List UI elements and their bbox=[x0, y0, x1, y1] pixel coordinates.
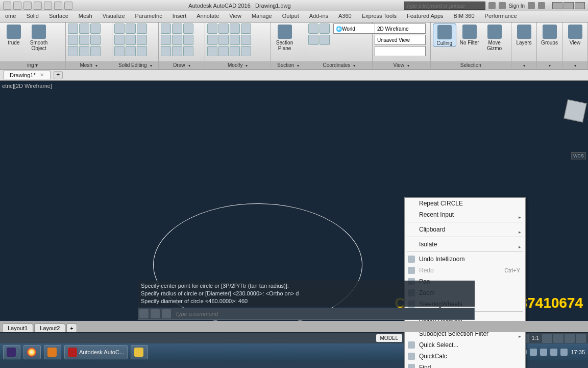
tool-btn[interactable] bbox=[230, 24, 240, 34]
tab-insert[interactable]: Insert bbox=[167, 11, 192, 22]
tool-btn[interactable] bbox=[207, 46, 217, 56]
tool-btn[interactable] bbox=[308, 35, 318, 45]
visual-style-dropdown[interactable]: 2D Wireframe bbox=[375, 24, 426, 34]
tool-btn[interactable] bbox=[183, 46, 193, 56]
tool-btn[interactable] bbox=[126, 24, 136, 34]
tool-btn[interactable] bbox=[172, 46, 182, 56]
close-tab-icon[interactable]: ✕ bbox=[40, 72, 44, 78]
qat-btn[interactable] bbox=[13, 2, 21, 10]
qat-btn[interactable] bbox=[34, 2, 42, 10]
cm-recent-input[interactable]: Recent Input bbox=[405, 209, 525, 220]
no-filter-button[interactable]: No Filter bbox=[458, 24, 481, 45]
tab-performance[interactable]: Performance bbox=[480, 11, 522, 22]
tray-icon[interactable] bbox=[530, 349, 537, 356]
drawing-canvas[interactable]: etric][2D Wireframe] WCS CAD更多学习加群487410… bbox=[0, 81, 588, 332]
tab-bim360[interactable]: BIM 360 bbox=[449, 11, 480, 22]
panel-label-layers[interactable] bbox=[511, 61, 536, 69]
panel-label-coordinates[interactable]: Coordinates bbox=[306, 61, 372, 69]
system-tray[interactable]: EN 17:35 bbox=[519, 349, 585, 356]
taskbar-autocad[interactable]: Autodesk AutoC... bbox=[64, 345, 128, 359]
help-icon[interactable] bbox=[538, 2, 545, 9]
cm-quick-select[interactable]: Quick Select... bbox=[405, 339, 525, 351]
tool-btn[interactable] bbox=[137, 46, 147, 56]
cm-clipboard[interactable]: Clipboard bbox=[405, 224, 525, 235]
taskbar-mpc[interactable] bbox=[131, 345, 148, 359]
wcs-indicator[interactable]: WCS bbox=[571, 152, 586, 159]
tray-icon[interactable] bbox=[540, 349, 547, 356]
model-space-toggle[interactable]: MODEL bbox=[376, 334, 403, 342]
tab-home[interactable]: ome bbox=[0, 11, 21, 22]
panel-label-selection[interactable]: Selection bbox=[431, 61, 511, 69]
tool-btn[interactable] bbox=[207, 35, 217, 45]
qat-btn[interactable] bbox=[64, 2, 72, 10]
saved-view-dropdown[interactable]: Unsaved View bbox=[375, 35, 426, 45]
qat-btn[interactable] bbox=[3, 2, 11, 10]
tray-icon[interactable] bbox=[550, 349, 557, 356]
view-cube[interactable] bbox=[564, 99, 586, 122]
panel-label-solid-editing[interactable]: Solid Editing bbox=[112, 61, 158, 69]
cmd-close-icon[interactable] bbox=[139, 309, 149, 318]
tool-btn[interactable] bbox=[114, 46, 125, 56]
tool-btn[interactable] bbox=[241, 46, 251, 56]
tab-mesh[interactable]: Mesh bbox=[74, 11, 97, 22]
signin-icon[interactable] bbox=[499, 2, 506, 9]
tool-btn[interactable] bbox=[183, 24, 193, 34]
panel-label-modeling[interactable]: ing ▾ bbox=[0, 61, 65, 69]
tool-btn[interactable] bbox=[161, 24, 171, 34]
section-plane-button[interactable]: Section Plane bbox=[273, 24, 297, 51]
tool-btn[interactable] bbox=[172, 35, 182, 45]
tool-btn[interactable] bbox=[137, 24, 147, 34]
tool-btn[interactable] bbox=[218, 24, 229, 34]
keyword-search-input[interactable] bbox=[404, 2, 485, 10]
tool-btn[interactable] bbox=[68, 24, 78, 34]
tool-btn[interactable] bbox=[90, 46, 101, 56]
panel-label-view[interactable]: View bbox=[373, 61, 430, 69]
tab-parametric[interactable]: Parametric bbox=[130, 11, 167, 22]
panel-label-mesh[interactable]: Mesh bbox=[66, 61, 112, 69]
tool-btn[interactable] bbox=[207, 24, 217, 34]
tab-output[interactable]: Output bbox=[277, 11, 304, 22]
tab-solid[interactable]: Solid bbox=[21, 11, 43, 22]
extrude-button[interactable]: trude bbox=[2, 24, 26, 45]
tab-view[interactable]: View bbox=[224, 11, 247, 22]
annotation-scale[interactable]: 1:1 bbox=[530, 335, 541, 341]
command-line[interactable] bbox=[138, 308, 475, 320]
tab-manage[interactable]: Manage bbox=[247, 11, 277, 22]
tab-visualize[interactable]: Visualize bbox=[97, 11, 130, 22]
tool-btn[interactable] bbox=[79, 46, 89, 56]
cm-repeat[interactable]: Repeat CIRCLE bbox=[405, 198, 525, 209]
tool-btn[interactable] bbox=[308, 24, 318, 34]
tool-btn[interactable] bbox=[241, 35, 251, 45]
taskbar-app[interactable] bbox=[44, 345, 61, 359]
layers-button[interactable]: Layers bbox=[513, 24, 534, 45]
exchange-icon[interactable] bbox=[528, 2, 535, 9]
panel-label-viewp[interactable] bbox=[562, 61, 587, 69]
tool-btn[interactable] bbox=[126, 35, 136, 45]
cm-find[interactable]: Find... bbox=[405, 362, 525, 368]
close-button[interactable] bbox=[575, 2, 585, 9]
tool-btn[interactable] bbox=[114, 35, 125, 45]
tool-btn[interactable] bbox=[79, 35, 89, 45]
move-gizmo-button[interactable]: Move Gizmo bbox=[483, 24, 506, 51]
tab-a360[interactable]: A360 bbox=[333, 11, 357, 22]
tab-express[interactable]: Express Tools bbox=[357, 11, 402, 22]
tool-btn[interactable] bbox=[68, 46, 78, 56]
culling-button[interactable]: Culling bbox=[433, 24, 456, 47]
cm-quickcalc[interactable]: QuickCalc bbox=[405, 351, 525, 362]
tool-btn[interactable] bbox=[79, 24, 89, 34]
tool-btn[interactable] bbox=[161, 35, 171, 45]
panel-label-groups[interactable] bbox=[537, 61, 562, 69]
tool-btn[interactable] bbox=[161, 46, 171, 56]
infocenter-icon[interactable] bbox=[488, 2, 496, 9]
panel-label-modify[interactable]: Modify bbox=[205, 61, 271, 69]
layout-tab-add[interactable]: + bbox=[66, 324, 77, 332]
qat-btn[interactable] bbox=[44, 2, 52, 10]
tool-btn[interactable] bbox=[183, 35, 193, 45]
tab-addins[interactable]: Add-ins bbox=[304, 11, 333, 22]
tool-btn[interactable] bbox=[68, 35, 78, 45]
cm-undo[interactable]: Undo Intellizoom bbox=[405, 254, 525, 265]
tab-annotate[interactable]: Annotate bbox=[191, 11, 224, 22]
tool-btn[interactable] bbox=[218, 35, 229, 45]
tool-btn[interactable] bbox=[114, 24, 125, 34]
minimize-button[interactable] bbox=[552, 2, 562, 9]
